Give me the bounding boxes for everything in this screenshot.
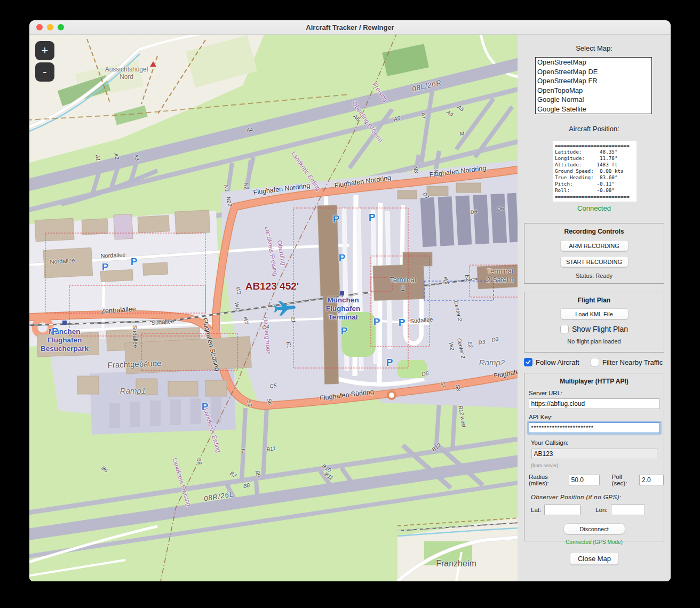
map-option[interactable]: Google Normal [536,95,651,105]
parking-icon: P [102,261,109,274]
place-label-besucherpark: München Flughafen Besucherpark [41,327,89,354]
parking-icon: P [333,213,340,226]
close-button[interactable] [36,24,43,30]
parking-icon: P [369,212,376,224]
taxiway-label: W2 [442,276,450,285]
taxiway-label: T [241,449,244,455]
area-label: Terminal 2 Satellit [487,267,513,284]
map-option[interactable]: OpenStreetMap DE [536,67,651,77]
api-key-label: API Key: [529,414,664,420]
taxiway-label: E2 [464,274,471,282]
map-option[interactable]: OpenStreetMap FR [536,76,651,86]
taxiway-label: E1 [289,316,297,323]
follow-aircraft-row: Follow Aircraft [524,358,579,366]
area-label: Frachtgebäude [107,358,161,370]
aircraft-callsign-label: AB123 452' [245,281,299,293]
api-key-input[interactable] [529,422,660,433]
taxiway-label: B9 [254,470,261,477]
taxiway-label: C4 [262,324,269,331]
control-panel: Select Map: OpenStreetMap OpenStreetMap … [518,35,671,581]
zoom-in-button[interactable]: + [35,41,54,60]
zoom-out-button[interactable]: - [35,62,54,82]
filter-traffic-checkbox[interactable] [591,358,599,366]
start-recording-button[interactable]: START RECORDING [560,256,629,267]
taxiway-label: E1 [285,341,292,349]
taxiway-label: A2 [113,153,120,160]
follow-aircraft-label: Follow Aircraft [536,358,579,366]
taxiway-label: D3 [478,339,486,346]
title-bar: Aircraft Tracker / Rewinger [29,20,671,35]
multiplayer-status: Connected (GPS Mode) [524,539,664,545]
server-url-label: Server URL: [529,390,664,396]
taxiway-label: D3 [491,336,499,343]
area-label: Ramp1 [120,386,146,396]
arm-recording-button[interactable]: ARM RECORDING [560,240,629,251]
taxiway-label: D6 [497,205,504,213]
map-source-listbox[interactable]: OpenStreetMap OpenStreetMap DE OpenStree… [535,57,652,114]
radius-label: Radius (miles): [529,474,566,486]
map-canvas[interactable]: 08L/26R 08R/26L Flughafen Nordring Flugh… [29,35,518,581]
taxiway-label: S8 [454,384,462,391]
aircraft-position-readout: ========================= Latitude: 48.3… [553,141,637,202]
lon-label: Lon: [595,507,607,513]
taxiway-label: D5 [421,370,429,378]
connection-status: Connected [518,204,671,212]
lon-input[interactable] [611,505,645,515]
server-url-input[interactable] [529,398,660,409]
taxiway-label: S5 [245,399,253,407]
taxiway-label: A5 [393,115,401,123]
callsign-field [531,449,657,459]
map-option[interactable]: Google Satellite [536,105,651,114]
show-flight-plan-label: Show Flight Plan [572,325,628,333]
follow-aircraft-checkbox[interactable] [524,358,532,366]
taxiway-label: A4 [246,126,253,134]
close-map-button[interactable]: Close Map [570,552,619,565]
window-title: Aircraft Tracker / Rewinger [306,23,394,31]
taxiway-label: A1 [94,154,101,162]
observer-position-label: Observer Position (if no GPS): [531,494,664,500]
disconnect-button[interactable]: Disconnect [563,523,625,534]
taxiway-label: N3 [412,166,419,174]
flight-plan-group: Flight Plan Load KML File Show Flight Pl… [524,292,664,353]
filter-traffic-row: Filter Nearby Traffic [591,358,663,366]
app-window: Aircraft Tracker / Rewinger [29,20,671,581]
lat-input[interactable] [544,505,580,515]
select-map-title: Select Map: [518,44,671,52]
taxiway-label: W1 [242,316,250,325]
show-flight-plan-checkbox[interactable] [560,325,569,333]
parking-icon: P [399,317,405,329]
minimize-button[interactable] [47,24,53,30]
taxiway-label: B8 [195,458,203,465]
parking-icon: P [339,252,346,265]
taxiway-label: M [459,130,465,137]
parking-icon: P [341,325,348,338]
callsign-label: Your Callsign: [531,439,664,446]
road-label: Nordallee [100,251,126,260]
taxiway-label: B8 [243,482,250,490]
aircraft-position-title: Aircraft Position: [518,125,671,133]
map-option[interactable]: OpenTopoMap [536,86,651,95]
multiplayer-group: Multiplayer (HTTP API) Server URL: API K… [524,373,664,541]
road-label: Südallee [131,325,139,348]
taxiway-label: S6 [266,398,273,405]
flight-plan-status: No flight plan loaded [524,338,664,345]
radius-input[interactable] [569,475,600,485]
taxiway-label: D6 [470,209,478,216]
parking-icon: P [373,316,380,329]
recording-controls-group: Recording Controls ARM RECORDING START R… [524,223,664,284]
lat-label: Lat: [531,507,541,513]
zoom-window-button[interactable] [58,24,64,30]
area-label: Ramp2 [479,358,505,367]
recording-status: Status: Ready [524,273,664,279]
taxiway-label: W1 [233,302,241,311]
load-kml-button[interactable]: Load KML File [560,308,629,319]
area-label: Terminal 2 [389,276,416,292]
parking-icon: P [52,326,59,338]
taxiway-label: N1 [222,185,230,193]
poll-input[interactable] [639,475,664,485]
map-option[interactable]: OpenStreetMap [536,58,651,67]
parking-icon: P [202,401,209,413]
parking-icon: P [386,357,393,369]
filter-traffic-label: Filter Nearby Traffic [602,358,663,366]
taxiway-label: S7 [439,381,447,388]
